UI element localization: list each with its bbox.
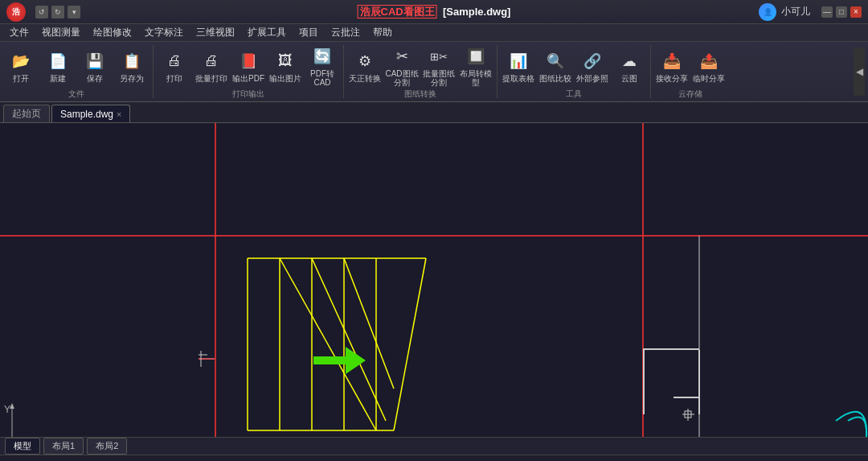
tab-sample-dwg[interactable]: Sample.dwg ×: [51, 105, 130, 122]
toolbar-file-row: 📂 打开 📄 新建 💾 保存 📋 另存为: [3, 45, 149, 87]
toolbar-group-convert: ⚙ 天正转换 ✂ CAD图纸分割 ⊞✂ 批量图纸分割 🔲 布局转模型 图纸转换: [344, 45, 497, 98]
print-icon: 🖨: [163, 50, 186, 72]
user-area: 👤 小可儿 — □ ×: [759, 3, 862, 21]
minimize-button[interactable]: —: [821, 6, 833, 18]
new-button[interactable]: 📄 新建: [40, 45, 76, 87]
svg-rect-0: [0, 123, 868, 437]
toolbar-group-file: 📂 打开 📄 新建 💾 保存 📋 另存为 文件: [0, 45, 154, 98]
cad-split-button[interactable]: ✂ CAD图纸分割: [384, 45, 420, 87]
toolbar-print-row: 🖨 打印 🖨 批量打印 📕 输出PDF 🖼 输出图片 🔄 PDF转CAD: [157, 45, 340, 87]
toolbar-convert-row: ⚙ 天正转换 ✂ CAD图纸分割 ⊞✂ 批量图纸分割 🔲 布局转模型: [347, 45, 493, 87]
cad-split-icon: ✂: [391, 45, 413, 68]
cloud-map-button[interactable]: ☁ 云图: [612, 45, 647, 87]
menu-help[interactable]: 帮助: [366, 24, 399, 41]
cloud-group-label: 云存储: [678, 88, 702, 100]
toolbar-group-tools: 📊 提取表格 🔍 图纸比较 🔗 外部参照 ☁ 云图 工具: [497, 45, 651, 98]
print-button[interactable]: 🖨 打印: [157, 45, 192, 87]
menubar: 文件 视图测量 绘图修改 文字标注 三维视图 扩展工具 项目 云批注 帮助: [0, 24, 868, 42]
share-icon: 📤: [698, 50, 720, 72]
svg-text:Y: Y: [4, 404, 10, 415]
new-icon: 📄: [47, 50, 69, 72]
tianzheng-icon: ⚙: [354, 50, 376, 72]
xref-icon: 🔗: [581, 50, 604, 72]
temp-share-button[interactable]: 📤 临时分享: [691, 45, 727, 87]
receive-share-button[interactable]: 📥 接收分享: [654, 45, 690, 87]
pdf-icon: 📕: [237, 50, 260, 72]
app-logo: 浩: [6, 2, 26, 22]
layout2-tab[interactable]: 布局2: [87, 438, 127, 455]
menu-file[interactable]: 文件: [3, 24, 35, 41]
receive-icon: 📥: [661, 50, 683, 72]
layout-model-button[interactable]: 🔲 布局转模型: [458, 45, 493, 87]
tianzheng-button[interactable]: ⚙ 天正转换: [347, 45, 383, 87]
compare-icon: 🔍: [544, 50, 567, 72]
maximize-button[interactable]: □: [836, 6, 847, 18]
window-controls: — □ ×: [821, 6, 862, 18]
layout-tabs: 模型 布局1 布局2: [0, 437, 868, 455]
tab-start[interactable]: 起始页: [3, 105, 50, 122]
batch-print-button[interactable]: 🖨 批量打印: [194, 45, 229, 87]
model-tab[interactable]: 模型: [5, 438, 40, 455]
file-group-label: 文件: [68, 88, 84, 100]
pdf-to-cad-button[interactable]: 🔄 PDF转CAD: [305, 45, 340, 87]
toolbar-collapse[interactable]: ◀: [854, 47, 865, 96]
toolbar-cloud-row: 📥 接收分享 📤 临时分享: [654, 45, 727, 87]
tab-close-icon[interactable]: ×: [117, 109, 121, 119]
menu-view[interactable]: 视图测量: [35, 24, 87, 41]
image-icon: 🖼: [274, 50, 297, 72]
convert-group-label: 图纸转换: [404, 88, 436, 100]
cad-drawing: Y X: [0, 123, 868, 437]
svg-rect-8: [698, 350, 700, 414]
menu-3d[interactable]: 三维视图: [190, 24, 241, 41]
tools-group-label: 工具: [566, 88, 582, 100]
window-title: 浩辰CAD看图王 [Sample.dwg]: [358, 5, 511, 19]
menu-draw[interactable]: 绘图修改: [87, 24, 138, 41]
menu-cloud-comment[interactable]: 云批注: [325, 24, 366, 41]
saveas-icon: 📋: [121, 50, 143, 72]
extract-table-button[interactable]: 📊 提取表格: [501, 45, 536, 87]
toolbar-group-cloud: 📥 接收分享 📤 临时分享 云存储: [651, 45, 730, 98]
toolbar: 📂 打开 📄 新建 💾 保存 📋 另存为 文件 🖨 打印: [0, 42, 868, 102]
svg-rect-5: [643, 348, 699, 350]
export-pdf-button[interactable]: 📕 输出PDF: [231, 45, 266, 87]
toolbar-tools-row: 📊 提取表格 🔍 图纸比较 🔗 外部参照 ☁ 云图: [501, 45, 647, 87]
xref-button[interactable]: 🔗 外部参照: [575, 45, 610, 87]
table-icon: 📊: [507, 50, 530, 72]
svg-rect-6: [643, 350, 645, 414]
username: 小可儿: [781, 5, 810, 19]
save-icon: 💾: [84, 50, 106, 72]
export-image-button[interactable]: 🖼 输出图片: [268, 45, 303, 87]
statusbar: 42129, 36901, 0 ○ ⊞ ⊓ ✛ ⊕ ⊡ 浩辰CAD看图王: [0, 455, 868, 461]
cad-canvas[interactable]: Y X: [0, 123, 868, 437]
menu-text[interactable]: 文字标注: [138, 24, 190, 41]
pdf-cad-icon: 🔄: [311, 45, 334, 68]
layout-model-icon: 🔲: [465, 45, 487, 68]
quick-save-icon[interactable]: ↺: [35, 6, 48, 19]
cloud-icon: ☁: [618, 50, 641, 72]
menu-project[interactable]: 项目: [293, 24, 325, 41]
document-tabs: 起始页 Sample.dwg ×: [0, 102, 868, 123]
svg-rect-7: [674, 397, 699, 398]
print-group-label: 打印输出: [232, 88, 264, 100]
saveas-button[interactable]: 📋 另存为: [114, 45, 149, 87]
user-avatar: 👤: [759, 3, 776, 21]
menu-extend[interactable]: 扩展工具: [241, 24, 293, 41]
titlebar: 浩 ↺ ↻ ▾ 浩辰CAD看图王 [Sample.dwg] 👤 小可儿 — □ …: [0, 0, 868, 24]
open-icon: 📂: [10, 50, 32, 72]
quick-redo-icon[interactable]: ↻: [51, 6, 64, 19]
compare-button[interactable]: 🔍 图纸比较: [538, 45, 573, 87]
save-button[interactable]: 💾 保存: [77, 45, 113, 87]
quick-settings-icon[interactable]: ▾: [68, 6, 80, 19]
batch-split-button[interactable]: ⊞✂ 批量图纸分割: [421, 45, 457, 87]
quick-access-toolbar: ↺ ↻ ▾: [35, 6, 80, 19]
toolbar-group-print: 🖨 打印 🖨 批量打印 📕 输出PDF 🖼 输出图片 🔄 PDF转CAD 打印输…: [154, 45, 344, 98]
batch-print-icon: 🖨: [200, 50, 223, 72]
close-button[interactable]: ×: [850, 6, 862, 18]
layout1-tab[interactable]: 布局1: [43, 438, 84, 455]
open-button[interactable]: 📂 打开: [3, 45, 39, 87]
batch-split-icon: ⊞✂: [428, 45, 450, 68]
